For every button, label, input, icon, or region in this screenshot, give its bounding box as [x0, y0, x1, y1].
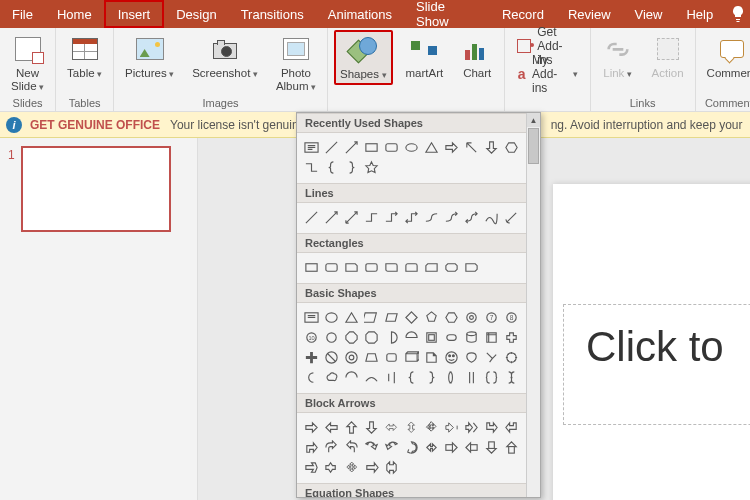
- shape-rect[interactable]: [361, 137, 381, 157]
- line-4[interactable]: [361, 207, 381, 227]
- bs-28[interactable]: [401, 347, 421, 367]
- shape-line[interactable]: [321, 137, 341, 157]
- bs-41[interactable]: [441, 367, 461, 387]
- bs-4[interactable]: [361, 307, 381, 327]
- bs-34[interactable]: [301, 367, 321, 387]
- bs-8[interactable]: [441, 307, 461, 327]
- shapes-dropdown[interactable]: ▲ Recently Used Shapes Lines Rectang: [296, 112, 541, 498]
- tell-me-icon[interactable]: [725, 0, 750, 28]
- link-button[interactable]: Link: [597, 30, 639, 83]
- bs-5[interactable]: [381, 307, 401, 327]
- ar-10[interactable]: [481, 417, 501, 437]
- ar-1[interactable]: [301, 417, 321, 437]
- rect-6[interactable]: [401, 257, 421, 277]
- bs-20[interactable]: [461, 327, 481, 347]
- ar-14[interactable]: [341, 437, 361, 457]
- ar-11[interactable]: [501, 417, 521, 437]
- bs-16[interactable]: [381, 327, 401, 347]
- ar-18[interactable]: [421, 437, 441, 457]
- line-2[interactable]: [321, 207, 341, 227]
- bs-21[interactable]: [481, 327, 501, 347]
- ar-24[interactable]: [321, 457, 341, 477]
- photo-album-button[interactable]: Photo Album: [271, 30, 321, 96]
- action-button[interactable]: Action: [647, 30, 689, 83]
- ar-23[interactable]: [301, 457, 321, 477]
- bs-14[interactable]: [341, 327, 361, 347]
- line-1[interactable]: [301, 207, 321, 227]
- line-10[interactable]: [481, 207, 501, 227]
- tab-help[interactable]: Help: [674, 0, 725, 28]
- bs-15[interactable]: [361, 327, 381, 347]
- line-11[interactable]: [501, 207, 521, 227]
- bs-7[interactable]: [421, 307, 441, 327]
- dropdown-scrollbar[interactable]: ▲: [526, 113, 540, 497]
- slide[interactable]: Click to Click to: [553, 184, 750, 500]
- line-8[interactable]: [441, 207, 461, 227]
- bs-26[interactable]: [361, 347, 381, 367]
- bs-29[interactable]: [421, 347, 441, 367]
- tab-home[interactable]: Home: [45, 0, 104, 28]
- bs-3[interactable]: [341, 307, 361, 327]
- my-addins-button[interactable]: a My Add-ins ▾: [511, 64, 583, 84]
- tab-slideshow[interactable]: Slide Show: [404, 0, 490, 28]
- bs-25[interactable]: [341, 347, 361, 367]
- screenshot-button[interactable]: Screenshot: [187, 30, 263, 83]
- scroll-up-icon[interactable]: ▲: [527, 113, 540, 127]
- ar-16[interactable]: [381, 437, 401, 457]
- shape-line-arrow[interactable]: [341, 137, 361, 157]
- ar-12[interactable]: [301, 437, 321, 457]
- ar-8[interactable]: [441, 417, 461, 437]
- new-slide-button[interactable]: New Slide: [6, 30, 49, 96]
- bs-10[interactable]: 7: [481, 307, 501, 327]
- line-6[interactable]: [401, 207, 421, 227]
- rect-3[interactable]: [341, 257, 361, 277]
- ar-15[interactable]: [361, 437, 381, 457]
- ar-2[interactable]: [321, 417, 341, 437]
- slide-thumb-1[interactable]: [21, 146, 171, 232]
- ar-4[interactable]: [361, 417, 381, 437]
- shape-hexagon[interactable]: [501, 137, 521, 157]
- tab-insert[interactable]: Insert: [104, 0, 165, 28]
- bs-33[interactable]: [501, 347, 521, 367]
- tab-design[interactable]: Design: [164, 0, 228, 28]
- tab-transitions[interactable]: Transitions: [229, 0, 316, 28]
- bs-24[interactable]: [321, 347, 341, 367]
- ar-27[interactable]: [381, 457, 401, 477]
- shape-star[interactable]: [361, 157, 381, 177]
- line-7[interactable]: [421, 207, 441, 227]
- table-button[interactable]: Table: [62, 30, 107, 83]
- ar-6[interactable]: [401, 417, 421, 437]
- shape-brace-l[interactable]: [321, 157, 341, 177]
- ar-9[interactable]: [461, 417, 481, 437]
- bs-19[interactable]: [441, 327, 461, 347]
- bs-38[interactable]: [381, 367, 401, 387]
- bs-12[interactable]: 10: [301, 327, 321, 347]
- ar-3[interactable]: [341, 417, 361, 437]
- rect-4[interactable]: [361, 257, 381, 277]
- tab-view[interactable]: View: [623, 0, 675, 28]
- bs-1[interactable]: [301, 307, 321, 327]
- shape-arrow-right[interactable]: [441, 137, 461, 157]
- bs-9[interactable]: [461, 307, 481, 327]
- shape-triangle[interactable]: [421, 137, 441, 157]
- ar-5[interactable]: [381, 417, 401, 437]
- ar-20[interactable]: [461, 437, 481, 457]
- bs-37[interactable]: [361, 367, 381, 387]
- tab-animations[interactable]: Animations: [316, 0, 404, 28]
- smartart-button[interactable]: martArt: [401, 30, 449, 83]
- ar-25[interactable]: [341, 457, 361, 477]
- shape-arrow-ul[interactable]: [461, 137, 481, 157]
- rect-1[interactable]: [301, 257, 321, 277]
- bs-27[interactable]: [381, 347, 401, 367]
- chart-button[interactable]: Chart: [456, 30, 498, 83]
- rect-5[interactable]: [381, 257, 401, 277]
- bs-40[interactable]: [421, 367, 441, 387]
- bs-42[interactable]: [461, 367, 481, 387]
- bs-17[interactable]: [401, 327, 421, 347]
- shape-brace-r[interactable]: [341, 157, 361, 177]
- rect-2[interactable]: [321, 257, 341, 277]
- bs-44[interactable]: [501, 367, 521, 387]
- shape-arrow-down[interactable]: [481, 137, 501, 157]
- bs-23[interactable]: [301, 347, 321, 367]
- ar-26[interactable]: [361, 457, 381, 477]
